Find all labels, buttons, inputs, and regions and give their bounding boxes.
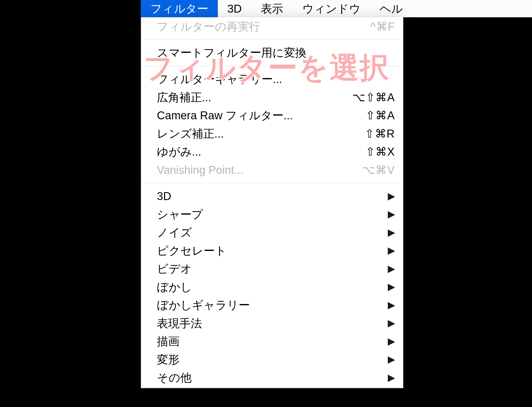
menu-item-3d[interactable]: 3D ▶ — [141, 187, 403, 205]
menu-item-shortcut: ⇧⌘X — [366, 145, 395, 158]
menu-item-label: ぼかしギャラリー — [157, 298, 385, 313]
menu-item-label: シャープ — [157, 207, 385, 222]
menu-item-label: レンズ補正... — [157, 126, 365, 141]
menu-item-sharpen[interactable]: シャープ ▶ — [141, 205, 403, 224]
menu-item-label: スマートフィルター用に変換 — [157, 45, 395, 60]
menu-item-label: ビデオ — [157, 261, 385, 276]
menu-item-shortcut: ⇧⌘R — [365, 127, 395, 140]
menu-item-distort[interactable]: 変形 ▶ — [141, 350, 403, 369]
menu-item-liquify[interactable]: ゆがみ... ⇧⌘X — [141, 143, 403, 161]
menu-item-lens-correction[interactable]: レンズ補正... ⇧⌘R — [141, 124, 403, 143]
menu-item-render[interactable]: 描画 ▶ — [141, 332, 403, 351]
submenu-arrow-icon: ▶ — [385, 245, 395, 256]
menu-item-label: 表現手法 — [157, 316, 385, 331]
menubar-item-filter[interactable]: フィルター — [141, 0, 218, 17]
menu-item-label: ぼかし — [157, 279, 385, 294]
menu-item-other[interactable]: その他 ▶ — [141, 369, 403, 387]
submenu-arrow-icon: ▶ — [385, 281, 395, 293]
menu-item-video[interactable]: ビデオ ▶ — [141, 260, 403, 278]
menubar-item-view[interactable]: 表示 — [251, 0, 293, 17]
menubar-item-label: 表示 — [261, 1, 283, 16]
menu-item-label: 描画 — [157, 334, 385, 349]
menu-item-stylize[interactable]: 表現手法 ▶ — [141, 314, 403, 332]
menu-item-pixelate[interactable]: ピクセレート ▶ — [141, 242, 403, 260]
menu-item-label: Camera Raw フィルター... — [157, 108, 366, 123]
menu-item-label: 3D — [157, 189, 385, 203]
submenu-arrow-icon: ▶ — [385, 318, 395, 329]
menu-item-shortcut: ⌥⇧⌘A — [352, 91, 395, 104]
menu-separator — [141, 66, 403, 66]
menu-item-wide-angle[interactable]: 広角補正... ⌥⇧⌘A — [141, 88, 403, 106]
menubar-item-label: フィルター — [150, 1, 208, 16]
menu-separator — [141, 183, 403, 183]
menubar-item-window[interactable]: ウィンドウ — [293, 0, 370, 17]
menu-item-camera-raw-filter[interactable]: Camera Raw フィルター... ⇧⌘A — [141, 106, 403, 125]
menu-item-label: その他 — [157, 370, 385, 385]
menu-item-shortcut: ⇧⌘A — [366, 109, 395, 122]
submenu-arrow-icon: ▶ — [385, 372, 395, 384]
menu-item-label: 広角補正... — [157, 90, 352, 105]
menu-item-blur-gallery[interactable]: ぼかしギャラリー ▶ — [141, 296, 403, 314]
menu-item-label: ノイズ — [157, 225, 385, 240]
menu-item-label: Vanishing Point... — [157, 163, 362, 177]
submenu-arrow-icon: ▶ — [385, 191, 395, 202]
menu-item-reapply-filter: フィルターの再実行 ^⌘F — [141, 17, 403, 36]
menu-item-blur[interactable]: ぼかし ▶ — [141, 278, 403, 296]
menu-item-shortcut: ^⌘F — [370, 20, 395, 33]
menu-item-label: フィルターの再実行 — [157, 19, 370, 34]
menu-separator — [141, 39, 403, 40]
menubar-item-label: 3D — [227, 2, 242, 15]
submenu-arrow-icon: ▶ — [385, 354, 395, 365]
menubar-item-label: ヘル — [380, 1, 403, 16]
menu-item-filter-gallery[interactable]: フィルターギャラリー... — [141, 70, 403, 88]
menu-item-label: ピクセレート — [157, 243, 385, 258]
submenu-arrow-icon: ▶ — [385, 227, 395, 238]
submenu-arrow-icon: ▶ — [385, 209, 395, 220]
menu-item-label: 変形 — [157, 352, 385, 367]
menubar-item-help[interactable]: ヘル — [370, 0, 412, 17]
menu-item-label: フィルターギャラリー... — [157, 72, 395, 87]
menu-item-noise[interactable]: ノイズ ▶ — [141, 224, 403, 242]
menubar-item-label: ウィンドウ — [302, 1, 361, 16]
submenu-arrow-icon: ▶ — [385, 300, 395, 311]
filter-dropdown: フィルターの再実行 ^⌘F スマートフィルター用に変換 フィルターギャラリー..… — [141, 17, 403, 388]
submenu-arrow-icon: ▶ — [385, 263, 395, 275]
menubar-item-3d[interactable]: 3D — [218, 0, 251, 17]
menubar: フィルター 3D 表示 ウィンドウ ヘル — [141, 0, 532, 17]
menu-item-convert-smart-filter[interactable]: スマートフィルター用に変換 — [141, 44, 403, 62]
menu-item-vanishing-point: Vanishing Point... ⌥⌘V — [141, 161, 403, 179]
submenu-arrow-icon: ▶ — [385, 336, 395, 347]
menu-item-shortcut: ⌥⌘V — [362, 163, 395, 177]
menu-item-label: ゆがみ... — [157, 144, 366, 159]
